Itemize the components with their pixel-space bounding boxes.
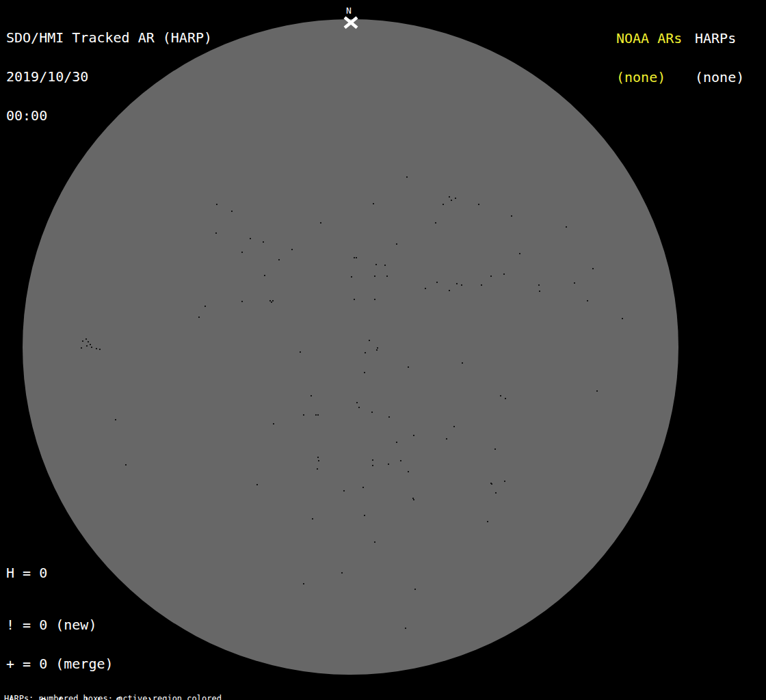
- magnetogram-speck: [373, 203, 374, 204]
- magnetogram-speck: [446, 438, 447, 440]
- magnetogram-speck: [271, 301, 272, 303]
- magnetogram-speck: [365, 352, 366, 353]
- plot-title: SDO/HMI Tracked AR (HARP): [6, 31, 212, 44]
- magnetogram-speck: [408, 366, 409, 368]
- magnetogram-speck: [303, 414, 304, 416]
- magnetogram-speck: [372, 465, 373, 466]
- magnetogram-speck: [198, 317, 200, 318]
- magnetogram-speck: [231, 211, 233, 212]
- magnetogram-speck: [82, 340, 83, 342]
- magnetogram-speck: [377, 347, 378, 349]
- magnetogram-speck: [351, 276, 352, 278]
- plot-time: 00:00: [6, 109, 212, 122]
- magnetogram-speck: [461, 284, 462, 286]
- magnetogram-speck: [315, 414, 317, 416]
- magnetogram-speck: [215, 232, 217, 234]
- magnetogram-speck: [456, 283, 458, 284]
- magnetogram-speck: [250, 238, 251, 239]
- plot-date: 2019/10/30: [6, 70, 212, 83]
- magnetogram-speck: [462, 362, 463, 364]
- north-x-cross-icon: [343, 16, 359, 29]
- magnetogram-speck: [241, 252, 243, 253]
- magnetogram-speck: [358, 407, 360, 408]
- magnetogram-speck: [413, 499, 414, 500]
- magnetogram-speck: [272, 300, 274, 301]
- magnetogram-speck: [414, 589, 416, 590]
- footnotes: HARPs: numbered boxes; active region col…: [4, 677, 291, 700]
- noaa-ars-value: (none): [616, 71, 682, 84]
- magnetogram-speck: [90, 344, 91, 345]
- magnetogram-speck: [318, 460, 319, 461]
- magnetogram-speck: [396, 442, 397, 443]
- magnetogram-speck: [264, 275, 265, 276]
- magnetogram-speck: [376, 349, 378, 351]
- magnetogram-speck: [85, 338, 87, 340]
- magnetogram-speck: [317, 468, 318, 470]
- magnetogram-speck: [99, 349, 101, 350]
- harps-summary: HARPs (none): [695, 6, 744, 110]
- magnetogram-speck: [341, 572, 343, 574]
- magnetogram-speck: [622, 318, 623, 319]
- magnetogram-speck: [408, 471, 409, 472]
- magnetogram-speck: [425, 288, 426, 289]
- magnetogram-speck: [500, 395, 501, 396]
- magnetogram-speck: [455, 198, 456, 199]
- magnetogram-speck: [278, 259, 280, 260]
- magnetogram-speck: [88, 341, 89, 342]
- magnetogram-speck: [91, 347, 92, 348]
- magnetogram-speck: [96, 348, 97, 349]
- magnetogram-speck: [311, 395, 312, 396]
- magnetogram-speck: [566, 226, 567, 228]
- magnetogram-speck: [354, 257, 355, 258]
- noaa-ars-label: NOAA ARs: [616, 32, 682, 45]
- magnetogram-speck: [273, 423, 274, 425]
- counter-new: ! = 0 (new): [6, 619, 163, 632]
- magnetogram-speck: [481, 284, 482, 286]
- magnetogram-speck: [436, 282, 438, 283]
- magnetogram-speck: [374, 299, 375, 300]
- magnetogram-speck: [504, 481, 505, 482]
- magnetogram-speck: [587, 300, 588, 301]
- magnetogram-speck: [405, 628, 406, 629]
- magnetogram-speck: [396, 243, 397, 245]
- magnetogram-speck: [241, 301, 243, 302]
- magnetogram-speck: [204, 306, 206, 307]
- magnetogram-speck: [511, 215, 512, 217]
- magnetogram-speck: [303, 583, 304, 584]
- magnetogram-speck: [317, 457, 319, 458]
- magnetogram-speck: [505, 398, 506, 399]
- magnetogram-speck: [374, 541, 375, 543]
- counter-merge: + = 0 (merge): [6, 658, 163, 671]
- footnote-harps: HARPs: numbered boxes; active region col…: [4, 695, 291, 700]
- magnetogram-speck: [490, 483, 492, 484]
- magnetogram-speck: [495, 492, 497, 494]
- magnetogram-speck: [478, 204, 479, 205]
- magnetogram-speck: [216, 204, 217, 205]
- magnetogram-speck: [574, 282, 575, 284]
- magnetogram-speck: [364, 515, 365, 516]
- magnetogram-speck: [356, 402, 358, 403]
- magnetogram-speck: [592, 268, 594, 269]
- magnetogram-speck: [388, 416, 390, 418]
- magnetogram-speck: [596, 390, 598, 392]
- noaa-ars-summary: NOAA ARs (none): [616, 6, 682, 110]
- magnetogram-speck: [443, 204, 444, 205]
- magnetogram-speck: [372, 459, 373, 461]
- magnetogram-speck: [453, 426, 455, 427]
- magnetogram-speck: [494, 448, 496, 450]
- magnetogram-speck: [490, 275, 492, 277]
- magnetogram-speck: [519, 253, 520, 254]
- magnetogram-speck: [400, 460, 401, 461]
- magnetogram-speck: [312, 518, 313, 520]
- magnetogram-speck: [538, 284, 540, 286]
- magnetogram-speck: [487, 521, 488, 522]
- magnetogram-speck: [364, 372, 365, 373]
- magnetogram-speck: [539, 291, 540, 292]
- plot-title-block: SDO/HMI Tracked AR (HARP) 2019/10/30 00:…: [6, 5, 212, 148]
- magnetogram-speck: [125, 464, 127, 466]
- harps-value: (none): [695, 71, 744, 84]
- magnetogram-speck: [375, 264, 377, 265]
- magnetogram-speck: [374, 275, 375, 277]
- magnetogram-speck: [320, 222, 321, 224]
- magnetogram-speck: [369, 340, 370, 341]
